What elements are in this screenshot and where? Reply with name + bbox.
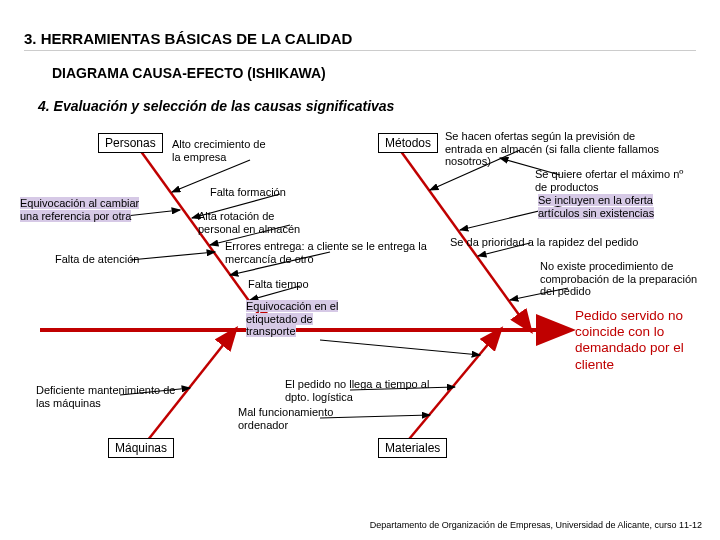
cause-errores: Errores entrega: a cliente se le entrega…	[225, 240, 435, 265]
cause-atencion: Falta de atención	[55, 253, 139, 266]
cause-ofertas: Se hacen ofertas según la previsión de e…	[445, 130, 673, 168]
category-materiales: Materiales	[378, 438, 447, 458]
svg-line-17	[320, 340, 480, 355]
cause-mantenimiento: Deficiente mantenimiento de las máquinas	[36, 384, 186, 409]
cause-ordenador: Mal funcionamiento ordenador	[238, 406, 358, 431]
cause-etiquetado: Equivocación en el etiquetado de transpo…	[246, 300, 338, 337]
svg-line-6	[130, 252, 215, 260]
category-metodos: Métodos	[378, 133, 438, 153]
cause-formacion: Falta formación	[210, 186, 286, 199]
cause-max: Se quiere ofertar el máximo nº de produc…	[535, 168, 690, 193]
cause-prioridad: Se da prioridad a la rapidez del pedido	[450, 236, 680, 249]
effect-text: Pedido servido no coincide con lo demand…	[575, 308, 705, 373]
cause-tiempo: Falta tiempo	[248, 278, 309, 291]
cause-noproc: No existe procedimiento de comprobación …	[540, 260, 705, 298]
cause-equivocacion: Equivocación al cambiar una referencia p…	[20, 197, 139, 222]
cause-rotacion: Alta rotación de personal en almacén	[198, 210, 308, 235]
cause-nollega: El pedido no llega a tiempo al dpto. log…	[285, 378, 435, 403]
category-personas: Personas	[98, 133, 163, 153]
category-maquinas: Máquinas	[108, 438, 174, 458]
footer-text: Departamento de Organización de Empresas…	[370, 520, 702, 530]
cause-incluyen: Se incluyen en la oferta artículos sin e…	[538, 194, 654, 219]
cause-crecimiento: Alto crecimiento de la empresa	[172, 138, 272, 163]
